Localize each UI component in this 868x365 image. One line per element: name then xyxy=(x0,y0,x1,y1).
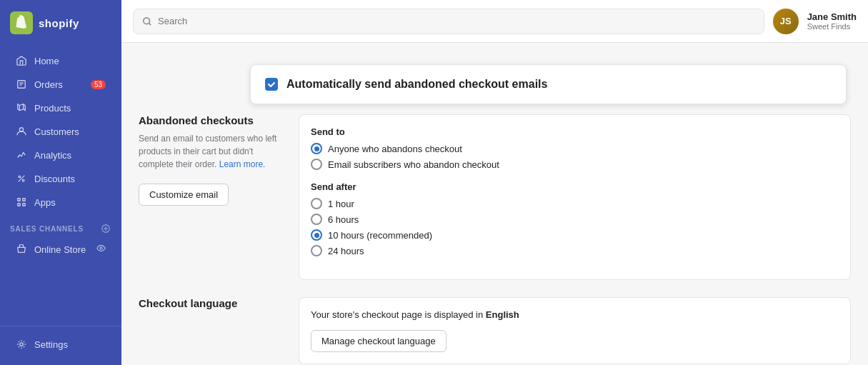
radio-10h[interactable] xyxy=(311,229,322,241)
abandoned-checkouts-right: Send to Anyone who abandons checkout Ema… xyxy=(299,114,851,280)
send-after-group: 1 hour 6 hours 10 hours (recommended) xyxy=(311,198,839,256)
learn-more-link[interactable]: Learn more. xyxy=(219,159,266,169)
sidebar-item-customers[interactable]: Customers xyxy=(6,120,116,143)
topbar: JS Jane Smith Sweet Finds xyxy=(121,0,868,43)
radio-1h[interactable] xyxy=(311,198,322,209)
radio-6h[interactable] xyxy=(311,214,322,225)
checkout-language-left: Checkout language xyxy=(139,297,281,364)
sidebar-item-analytics-label: Analytics xyxy=(34,150,71,161)
sidebar-item-customers-label: Customers xyxy=(34,126,79,137)
products-icon xyxy=(16,102,27,114)
radio-subscribers[interactable] xyxy=(311,159,322,170)
sidebar-item-orders-label: Orders xyxy=(34,79,63,90)
send-after-1h[interactable]: 1 hour xyxy=(311,198,839,209)
user-name: Jane Smith xyxy=(807,11,857,22)
checkout-language-value: English xyxy=(486,309,519,320)
customize-email-button[interactable]: Customize email xyxy=(139,184,229,206)
manage-checkout-language-button[interactable]: Manage checkout language xyxy=(311,330,447,352)
sidebar-item-home-label: Home xyxy=(34,56,59,66)
svg-point-3 xyxy=(22,179,24,181)
send-after-24h[interactable]: 24 hours xyxy=(311,245,839,256)
sidebar-item-discounts[interactable]: Discounts xyxy=(6,167,116,190)
abandoned-checkouts-desc: Send an email to customers who left prod… xyxy=(139,132,281,171)
sidebar-item-products[interactable]: Products xyxy=(6,96,116,119)
svg-point-11 xyxy=(144,17,150,24)
settings-label: Settings xyxy=(34,339,68,350)
send-after-6h-label: 6 hours xyxy=(328,214,359,225)
radio-anyone[interactable] xyxy=(311,143,322,154)
send-to-subscribers-label: Email subscribers who abandon checkout xyxy=(328,159,499,170)
analytics-icon xyxy=(16,149,27,161)
checkout-language-section: Checkout language Your store's checkout … xyxy=(139,297,851,364)
send-to-option-subscribers[interactable]: Email subscribers who abandon checkout xyxy=(311,159,839,170)
content: Automatically send abandoned checkout em… xyxy=(121,43,868,365)
avatar-initials: JS xyxy=(780,16,792,26)
apps-icon xyxy=(16,196,27,208)
svg-rect-4 xyxy=(18,199,21,201)
content-inner: Automatically send abandoned checkout em… xyxy=(121,43,868,365)
sidebar: shopify Home Orders 53 xyxy=(0,0,121,365)
sidebar-item-apps[interactable]: Apps xyxy=(6,191,116,214)
orders-icon xyxy=(16,79,27,90)
send-after-6h[interactable]: 6 hours xyxy=(311,214,839,225)
sidebar-item-home[interactable]: Home xyxy=(6,49,116,72)
send-after-10h[interactable]: 10 hours (recommended) xyxy=(311,229,839,241)
send-after-1h-label: 1 hour xyxy=(328,199,354,209)
search-input[interactable] xyxy=(158,16,755,26)
abandoned-checkouts-left: Abandoned checkouts Send an email to cus… xyxy=(139,114,281,280)
sidebar-item-discounts-label: Discounts xyxy=(34,174,75,184)
abandoned-checkouts-title: Abandoned checkouts xyxy=(139,114,281,126)
sidebar-nav: Home Orders 53 Products xyxy=(0,46,121,326)
home-icon xyxy=(16,55,27,66)
sidebar-item-orders[interactable]: Orders 53 xyxy=(6,73,116,96)
abandoned-checkouts-section: Abandoned checkouts Send an email to cus… xyxy=(139,114,851,280)
avatar: JS xyxy=(773,9,799,34)
svg-rect-0 xyxy=(18,81,26,89)
radio-24h[interactable] xyxy=(311,245,322,256)
banner-checkbox-label: Automatically send abandoned checkout em… xyxy=(286,78,547,91)
auto-send-checkbox[interactable] xyxy=(265,78,278,91)
send-after-10h-label: 10 hours (recommended) xyxy=(328,230,432,241)
sidebar-item-settings[interactable]: Settings xyxy=(6,333,116,356)
online-store-icon xyxy=(16,244,27,255)
svg-point-10 xyxy=(20,343,23,346)
discounts-icon xyxy=(16,173,27,184)
sales-channels-label: SALES CHANNELS xyxy=(10,225,84,233)
shopify-logo-icon xyxy=(10,11,33,34)
send-after-24h-label: 24 hours xyxy=(328,246,364,256)
search-icon xyxy=(142,16,152,26)
send-to-group: Anyone who abandons checkout Email subsc… xyxy=(311,143,839,170)
online-store-eye-icon[interactable] xyxy=(96,244,106,255)
sidebar-bottom: Settings xyxy=(0,326,121,365)
send-to-label: Send to xyxy=(311,126,839,137)
orders-badge: 53 xyxy=(91,80,106,89)
svg-point-9 xyxy=(100,247,102,249)
svg-rect-7 xyxy=(23,204,26,206)
sidebar-item-analytics[interactable]: Analytics xyxy=(6,144,116,166)
checkout-language-right: Your store's checkout page is displayed … xyxy=(299,297,851,364)
svg-point-1 xyxy=(19,128,23,131)
user-store: Sweet Finds xyxy=(807,22,857,31)
search-bar[interactable] xyxy=(133,9,764,34)
svg-point-2 xyxy=(19,176,21,178)
svg-rect-5 xyxy=(23,199,26,201)
checkout-language-text: Your store's checkout page is displayed … xyxy=(311,309,839,320)
add-sales-channel-icon[interactable] xyxy=(100,223,111,234)
sidebar-logo: shopify xyxy=(0,0,121,46)
sidebar-item-online-store[interactable]: Online Store xyxy=(6,238,116,261)
user-info: Jane Smith Sweet Finds xyxy=(807,11,857,31)
sidebar-item-online-store-label: Online Store xyxy=(34,244,86,255)
svg-rect-6 xyxy=(18,204,21,206)
sidebar-item-apps-label: Apps xyxy=(34,197,56,208)
send-to-anyone-label: Anyone who abandons checkout xyxy=(328,144,462,154)
sales-channels-section: SALES CHANNELS xyxy=(0,214,121,237)
main-area: JS Jane Smith Sweet Finds Automatically … xyxy=(121,0,868,365)
sidebar-item-products-label: Products xyxy=(34,103,71,114)
abandoned-checkout-banner: Automatically send abandoned checkout em… xyxy=(250,64,847,104)
customers-icon xyxy=(16,126,27,137)
checkout-language-title: Checkout language xyxy=(139,297,281,309)
send-after-label: Send after xyxy=(311,181,839,192)
send-to-option-anyone[interactable]: Anyone who abandons checkout xyxy=(311,143,839,154)
shopify-brand-name: shopify xyxy=(39,17,79,29)
settings-icon xyxy=(16,339,27,350)
